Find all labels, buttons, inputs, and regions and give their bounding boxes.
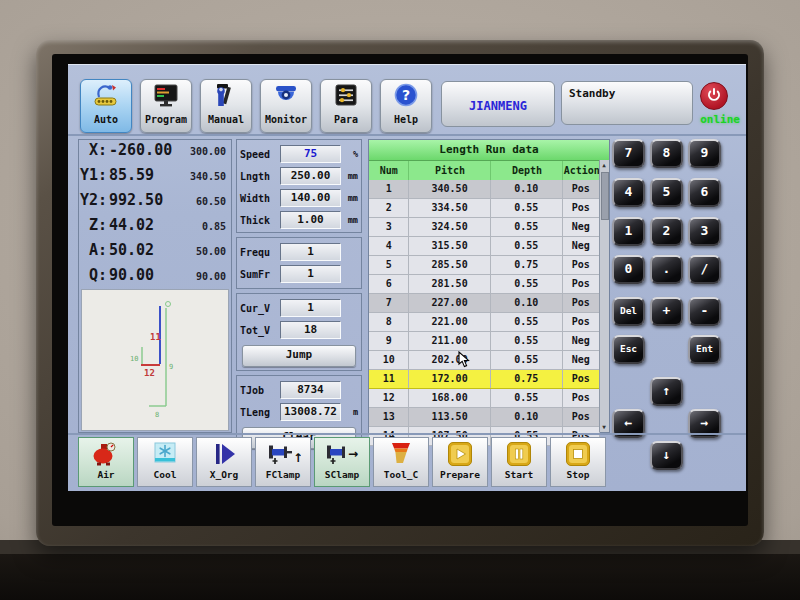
bottom-label: X_Org [197,469,251,480]
table-title: Length Run data [369,140,609,161]
table-row[interactable]: 2334.500.55Pos [369,199,600,218]
table-row[interactable]: 13113.500.10Pos [369,408,600,427]
param-label: TJob [240,385,278,396]
table-row[interactable]: 12168.000.55Pos [369,389,600,408]
bottom-prepare[interactable]: Prepare [432,437,488,487]
cell-pitch: 221.00 [409,313,491,331]
scroll-thumb[interactable] [601,172,609,220]
column-header-pitch: Pitch [409,161,491,181]
cell-depth: 0.55 [491,351,563,369]
nav-auto[interactable]: Auto [80,79,132,133]
table-row[interactable]: 6281.500.55Pos [369,275,600,294]
table-row[interactable]: 4315.500.55Neg [369,237,600,256]
bottom-start[interactable]: Start [491,437,547,487]
cell-depth: 0.10 [491,180,563,198]
param-value-field[interactable]: 250.00 [280,167,341,185]
table-row[interactable]: 8221.000.55Pos [369,313,600,332]
key-9[interactable]: 9 [688,139,721,168]
bottom-air[interactable]: Air [78,437,134,487]
key-3[interactable]: 3 [688,217,721,246]
param-value-field[interactable]: 18 [280,321,341,339]
nav-label: Para [321,114,371,125]
axis-target-value: 340.50 [178,171,231,182]
bottom-label: SClamp [315,469,369,480]
conveyor-icon [81,80,131,114]
param-value-field[interactable]: 8734 [280,381,341,399]
key-del[interactable]: Del [612,297,645,326]
table-row[interactable]: 1340.500.10Pos [369,180,600,199]
cell-num: 2 [369,199,409,217]
cell-num: 1 [369,180,409,198]
key-plus[interactable]: + [650,297,683,326]
brand-button[interactable]: JIANMENG [441,81,555,127]
nav-label: Program [141,114,191,125]
table-row[interactable]: 9211.000.55Neg [369,332,600,351]
snowflake-icon [138,438,192,469]
key-4[interactable]: 4 [612,178,645,207]
cell-pitch: 315.50 [409,237,491,255]
cell-depth: 0.55 [491,332,563,350]
key-8[interactable]: 8 [650,139,683,168]
key-5[interactable]: 5 [650,178,683,207]
param-value-field[interactable]: 1 [280,299,341,317]
key-arrow-up[interactable]: ↑ [650,377,683,406]
cell-pitch: 172.00 [409,370,491,388]
param-value-field[interactable]: 1.00 [280,211,341,229]
column-header-num: Num [369,161,409,181]
key-7[interactable]: 7 [612,139,645,168]
cell-pitch: 227.00 [409,294,491,312]
key-1[interactable]: 1 [612,217,645,246]
cell-num: 10 [369,351,409,369]
table-row[interactable]: 11172.000.75Pos [369,370,600,389]
key-minus[interactable]: - [688,297,721,326]
key-dot[interactable]: . [650,255,683,284]
param-value-field[interactable]: 1 [280,243,341,261]
toolbar-divider [68,134,746,136]
scroll-up-icon[interactable]: ▲ [600,160,608,170]
cell-action: Pos [563,294,600,312]
axis-label: Q [79,266,107,284]
nav-para[interactable]: Para [320,79,372,133]
axes-readout: X-260.00300.00Y185.59340.50Y2992.5060.50… [79,140,231,290]
param-value-field[interactable]: 1 [280,265,341,283]
bottom-x-org[interactable]: X_Org [196,437,252,487]
axis-target-value: 60.50 [178,196,231,207]
nav-help[interactable]: ?Help [380,79,432,133]
table-row[interactable]: 7227.000.10Pos [369,294,600,313]
cell-num: 9 [369,332,409,350]
key-arrow-down[interactable]: ↓ [650,441,683,470]
table-row[interactable]: 3324.500.55Neg [369,218,600,237]
axis-label: X [79,141,107,159]
power-button[interactable] [700,82,728,110]
axes-panel: X-260.00300.00Y185.59340.50Y2992.5060.50… [78,139,232,433]
nav-monitor[interactable]: Monitor [260,79,312,133]
bottom-stop[interactable]: Stop [550,437,606,487]
nav-manual[interactable]: Manual [200,79,252,133]
nav-program[interactable]: Program [140,79,192,133]
param-value-field[interactable]: 13008.72 [280,403,341,421]
key-6[interactable]: 6 [688,178,721,207]
param-value-field[interactable]: 75 [280,145,341,163]
key-0[interactable]: 0 [612,255,645,284]
sliders-icon [321,80,371,114]
param-unit: % [343,149,358,159]
axis-label: Y1 [79,166,107,184]
table-row[interactable]: 5285.500.75Pos [369,256,600,275]
key-slash[interactable]: / [688,255,721,284]
jump-button[interactable]: Jump [242,345,356,367]
bottom-sclamp[interactable]: →SClamp [314,437,370,487]
key-ent[interactable]: Ent [688,335,721,364]
frequency-box: Frequ1SumFr1 [236,237,362,289]
key-2[interactable]: 2 [650,217,683,246]
table-scrollbar[interactable]: ▲ ▼ [599,160,609,432]
bottom-fclamp[interactable]: ↑FClamp [255,437,311,487]
param-value-field[interactable]: 140.00 [280,189,341,207]
bottom-cool[interactable]: Cool [137,437,193,487]
help-icon: ? [381,80,431,114]
bottom-tool-c[interactable]: Tool_C [373,437,429,487]
tool-change-icon [374,438,428,469]
key-esc[interactable]: Esc [612,335,645,364]
scroll-down-icon[interactable]: ▼ [600,422,608,432]
param-unit: mm [343,171,358,181]
table-row[interactable]: 10202.000.55Neg [369,351,600,370]
